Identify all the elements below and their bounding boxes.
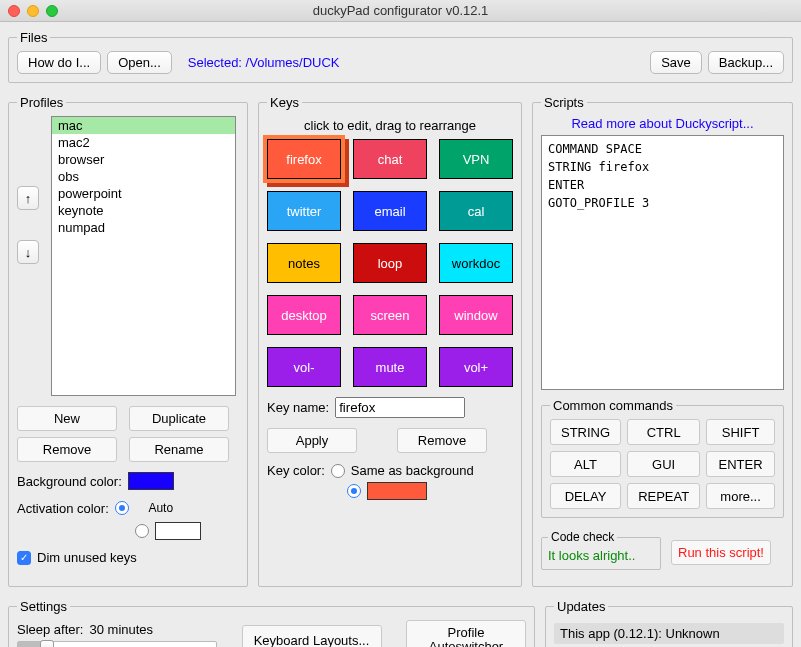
profile-list[interactable]: macmac2browserobspowerpointkeynotenumpad: [51, 116, 236, 396]
key-cell[interactable]: mute: [353, 347, 427, 387]
dim-unused-label: Dim unused keys: [37, 550, 137, 565]
keyboard-layouts-button[interactable]: Keyboard Layouts...: [242, 625, 382, 647]
updates-legend: Updates: [554, 599, 608, 614]
profile-item[interactable]: browser: [52, 151, 235, 168]
window-zoom[interactable]: [46, 5, 58, 17]
key-cell[interactable]: screen: [353, 295, 427, 335]
common-commands-group: Common commands STRINGCTRLSHIFTALTGUIENT…: [541, 398, 784, 518]
common-cmd-button[interactable]: ENTER: [706, 451, 775, 477]
keys-hint: click to edit, drag to rearrange: [267, 118, 513, 133]
files-legend: Files: [17, 30, 50, 45]
common-cmd-button[interactable]: STRING: [550, 419, 621, 445]
code-check-msg: It looks alright..: [548, 548, 635, 563]
updates-group: Updates This app (0.12.1): Unknown Firmw…: [545, 599, 793, 647]
common-cmd-button[interactable]: more...: [706, 483, 775, 509]
run-script-button[interactable]: Run this script!: [671, 540, 771, 565]
common-cmd-button[interactable]: GUI: [627, 451, 700, 477]
key-cell[interactable]: desktop: [267, 295, 341, 335]
bgcolor-label: Background color:: [17, 474, 122, 489]
titlebar: duckyPad configurator v0.12.1: [0, 0, 801, 22]
common-cmd-button[interactable]: SHIFT: [706, 419, 775, 445]
keycolor-custom-radio[interactable]: [347, 484, 361, 498]
backup-button[interactable]: Backup...: [708, 51, 784, 74]
save-button[interactable]: Save: [650, 51, 702, 74]
profiles-group: Profiles ↑ ↓ macmac2browserobspowerpoint…: [8, 95, 248, 587]
profile-up-button[interactable]: ↑: [17, 186, 39, 210]
key-cell[interactable]: workdoc: [439, 243, 513, 283]
key-remove-button[interactable]: Remove: [397, 428, 487, 453]
key-cell[interactable]: loop: [353, 243, 427, 283]
key-cell[interactable]: firefox: [267, 139, 341, 179]
profile-item[interactable]: mac2: [52, 134, 235, 151]
key-cell[interactable]: vol+: [439, 347, 513, 387]
key-cell[interactable]: twitter: [267, 191, 341, 231]
key-apply-button[interactable]: Apply: [267, 428, 357, 453]
files-group: Files How do I... Open... Selected: /Vol…: [8, 30, 793, 83]
keycolor-label: Key color:: [267, 463, 325, 478]
settings-group: Settings Sleep after: 30 minutes Keyboar…: [8, 599, 535, 647]
profile-item[interactable]: numpad: [52, 219, 235, 236]
dim-unused-checkbox[interactable]: ✓: [17, 551, 31, 565]
keycolor-samebg-radio[interactable]: [331, 464, 345, 478]
activation-custom-swatch[interactable]: [155, 522, 201, 540]
updates-app: This app (0.12.1): Unknown: [554, 623, 784, 644]
profile-item[interactable]: obs: [52, 168, 235, 185]
key-cell[interactable]: email: [353, 191, 427, 231]
common-cmd-button[interactable]: ALT: [550, 451, 621, 477]
key-cell[interactable]: chat: [353, 139, 427, 179]
keys-legend: Keys: [267, 95, 302, 110]
common-cmd-button[interactable]: REPEAT: [627, 483, 700, 509]
script-editor[interactable]: COMMAND SPACE STRING firefox ENTER GOTO_…: [541, 135, 784, 390]
profile-duplicate-button[interactable]: Duplicate: [129, 406, 229, 431]
profile-new-button[interactable]: New: [17, 406, 117, 431]
code-check-group: Code check It looks alright..: [541, 530, 661, 570]
actcolor-label: Activation color:: [17, 501, 109, 516]
window-close[interactable]: [8, 5, 20, 17]
common-cmd-button[interactable]: CTRL: [627, 419, 700, 445]
profile-item[interactable]: mac: [52, 117, 235, 134]
profile-down-button[interactable]: ↓: [17, 240, 39, 264]
keycolor-swatch[interactable]: [367, 482, 427, 500]
selected-path: Selected: /Volumes/DUCK: [188, 55, 340, 70]
scripts-legend: Scripts: [541, 95, 587, 110]
sleep-label: Sleep after:: [17, 622, 84, 637]
settings-legend: Settings: [17, 599, 70, 614]
scripts-group: Scripts Read more about Duckyscript... C…: [532, 95, 793, 587]
keys-group: Keys click to edit, drag to rearrange fi…: [258, 95, 522, 587]
key-cell[interactable]: cal: [439, 191, 513, 231]
profile-autoswitcher-button[interactable]: Profile Autoswitcher: [406, 620, 526, 647]
keyname-input[interactable]: [335, 397, 465, 418]
profiles-legend: Profiles: [17, 95, 66, 110]
profile-item[interactable]: keynote: [52, 202, 235, 219]
activation-auto-label: Auto: [135, 498, 187, 518]
window-title: duckyPad configurator v0.12.1: [0, 3, 801, 18]
open-button[interactable]: Open...: [107, 51, 172, 74]
key-cell[interactable]: VPN: [439, 139, 513, 179]
common-commands-legend: Common commands: [550, 398, 676, 413]
keycolor-samebg-label: Same as background: [351, 463, 474, 478]
profile-item[interactable]: powerpoint: [52, 185, 235, 202]
activation-auto-radio[interactable]: [115, 501, 129, 515]
common-cmd-button[interactable]: DELAY: [550, 483, 621, 509]
bgcolor-swatch[interactable]: [128, 472, 174, 490]
sleep-value: 30 minutes: [90, 622, 154, 637]
sleep-slider[interactable]: [17, 641, 217, 648]
profile-rename-button[interactable]: Rename: [129, 437, 229, 462]
key-cell[interactable]: notes: [267, 243, 341, 283]
window-minimize[interactable]: [27, 5, 39, 17]
code-check-legend: Code check: [548, 530, 617, 544]
key-grid: firefoxchatVPNtwitteremailcalnotesloopwo…: [267, 139, 513, 387]
keyname-label: Key name:: [267, 400, 329, 415]
howdoi-button[interactable]: How do I...: [17, 51, 101, 74]
activation-custom-radio[interactable]: [135, 524, 149, 538]
key-cell[interactable]: window: [439, 295, 513, 335]
readmore-link[interactable]: Read more about Duckyscript...: [571, 116, 753, 131]
key-cell[interactable]: vol-: [267, 347, 341, 387]
profile-remove-button[interactable]: Remove: [17, 437, 117, 462]
